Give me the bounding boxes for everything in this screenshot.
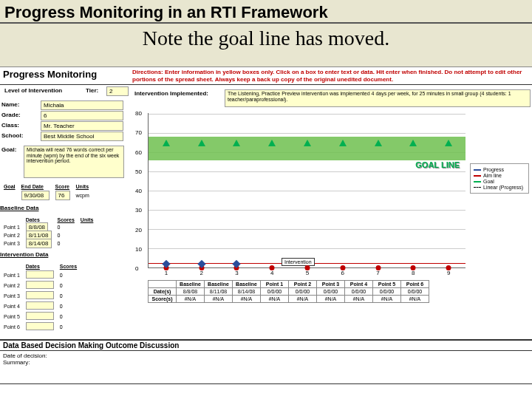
goal-score-input[interactable]: 76 xyxy=(55,191,70,200)
y-tick: 60 xyxy=(135,149,142,155)
y-tick: 10 xyxy=(135,245,142,252)
goal-point xyxy=(163,140,170,146)
aim-point xyxy=(305,265,310,270)
goal-enddate-input[interactable]: 9/30/08 xyxy=(21,191,50,200)
baseline-table: DatesScoresUnits Point 18/8/080 Point 28… xyxy=(0,216,97,248)
grade-label: Grade: xyxy=(0,111,41,120)
goal-point xyxy=(339,140,347,146)
goal-point xyxy=(409,140,417,146)
name-label: Name: xyxy=(0,100,41,110)
goal-point xyxy=(233,140,240,146)
goal-meta-table: GoalEnd DateScoreUnits 9/30/08 76 wcpm xyxy=(0,183,93,202)
class-input[interactable]: Mr. Teacher xyxy=(41,121,123,131)
x-tick: 4 xyxy=(270,270,273,276)
y-tick: 80 xyxy=(135,110,142,117)
x-tick: 9 xyxy=(447,270,450,276)
goal-point xyxy=(304,140,311,146)
directions-text: Directions: Enter information in yellow … xyxy=(129,67,532,84)
intervdata-table: DatesScores Point 10 Point 20 Point 30 P… xyxy=(0,262,81,332)
x-tick: 6 xyxy=(341,270,344,276)
decision-header: Data Based Decision Making Outcome Discu… xyxy=(0,341,532,351)
slide-subtitle: Note the goal line has moved. xyxy=(0,25,532,56)
tier-label: Tier: xyxy=(84,86,106,96)
interv-date-input[interactable] xyxy=(26,312,54,320)
interv-date-input[interactable] xyxy=(26,270,54,279)
spreadsheet: Progress Monitoring Directions: Enter in… xyxy=(0,66,532,399)
interv-date-input[interactable] xyxy=(26,291,54,299)
decision-section: Data Based Decision Making Outcome Discu… xyxy=(0,339,532,384)
x-tick: 8 xyxy=(412,270,415,276)
y-tick: 50 xyxy=(135,168,142,174)
y-tick: 20 xyxy=(135,226,142,233)
y-tick: 30 xyxy=(135,207,142,214)
progress-chart: GOAL LINE Intervention 01020304050607080… xyxy=(148,113,466,268)
goal-point xyxy=(375,140,382,146)
class-label: Class: xyxy=(0,121,41,131)
goal-point xyxy=(198,140,205,146)
aim-point xyxy=(270,265,275,270)
y-tick: 70 xyxy=(135,129,142,136)
bottom-data-table: BaselineBaselineBaselinePoint 1Point 2Po… xyxy=(148,280,429,303)
x-tick: 2 xyxy=(200,270,202,276)
chart-legend: Progress Aim line Goal Linear (Progress) xyxy=(470,163,529,194)
x-tick: 1 xyxy=(165,270,168,276)
x-tick: 3 xyxy=(235,270,238,276)
school-input[interactable]: Best Middle School xyxy=(41,132,123,141)
intervention-marker: Intervention xyxy=(282,258,315,266)
interv-date-input[interactable] xyxy=(26,301,54,310)
interv-date-input[interactable] xyxy=(26,322,54,330)
aim-point xyxy=(375,265,381,270)
baseline-label: Baseline Data xyxy=(0,205,129,211)
x-tick: 5 xyxy=(306,270,309,276)
goal-input[interactable]: Michala will read 76 words correct per m… xyxy=(24,146,124,178)
goal-line-label: GOAL LINE xyxy=(415,160,460,169)
goal-label: Goal: xyxy=(0,146,24,178)
school-label: School: xyxy=(0,132,41,141)
y-tick: 40 xyxy=(135,188,142,194)
slide-title: Progress Monitoring in an RTI Framework xyxy=(0,0,532,24)
aim-point xyxy=(340,265,345,270)
aim-point xyxy=(411,265,416,270)
name-input[interactable]: Michala xyxy=(41,100,123,110)
level-label: Level of Intervention xyxy=(3,86,84,96)
intervdata-label: Intervention Data xyxy=(0,251,129,258)
x-tick: 7 xyxy=(376,270,379,276)
decision-date-label: Date of decision: xyxy=(3,352,529,359)
interv-impl-label: Intervention Implemented: xyxy=(133,89,222,107)
aim-point xyxy=(446,265,451,270)
decision-summary-label: Summary: xyxy=(3,359,529,366)
interv-date-input[interactable] xyxy=(26,281,54,289)
goal-point xyxy=(445,140,452,146)
baseline-date-input[interactable]: 8/14/08 xyxy=(26,239,52,248)
goal-point xyxy=(268,140,276,146)
tier-input[interactable]: 2 xyxy=(106,86,129,96)
grade-input[interactable]: 6 xyxy=(41,111,123,120)
y-tick: 0 xyxy=(135,265,138,272)
pm-heading: Progress Monitoring xyxy=(0,67,129,84)
interv-impl-input[interactable]: The Listening, Practice Preview interven… xyxy=(225,89,531,107)
